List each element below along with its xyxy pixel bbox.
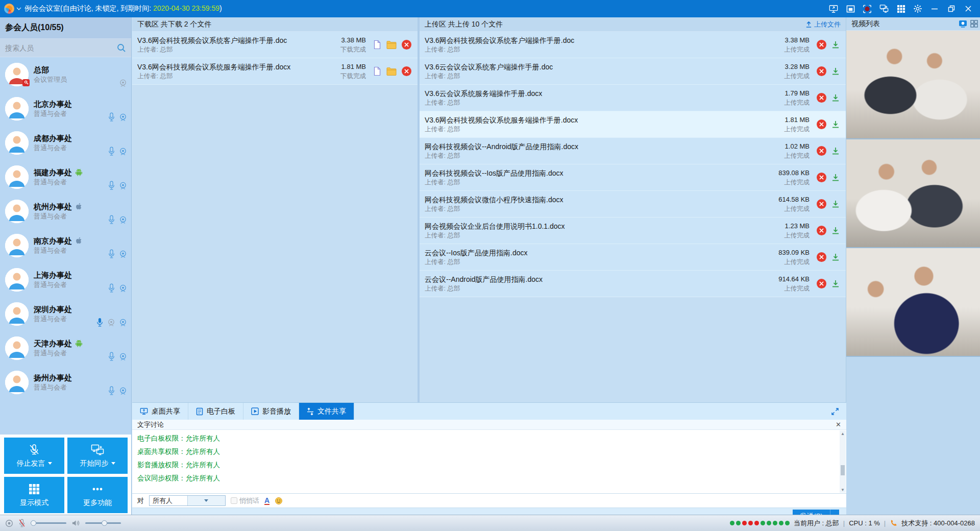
- open-file-icon[interactable]: [373, 66, 381, 76]
- speaker-volume-slider[interactable]: [85, 522, 121, 524]
- mic-icon[interactable]: [108, 215, 115, 224]
- participant-row[interactable]: 总部 会议管理员: [0, 57, 131, 91]
- open-folder-icon[interactable]: [386, 40, 397, 49]
- download-file-row[interactable]: V3.6网会科技视频会议系统客户端操作手册.doc 上传者: 总部 3.38 M…: [132, 32, 418, 58]
- restore-button[interactable]: [947, 4, 956, 13]
- upload-file-button[interactable]: 上传文件: [805, 20, 841, 29]
- control-button[interactable]: 停止发言: [4, 438, 64, 474]
- font-settings-icon[interactable]: A: [264, 497, 270, 505]
- screen-share-icon[interactable]: [829, 4, 838, 13]
- webcam-icon[interactable]: [119, 318, 127, 327]
- video-thumbnail[interactable]: [846, 31, 980, 139]
- scroll-up-icon[interactable]: ▲: [840, 430, 846, 437]
- search-icon[interactable]: [117, 43, 126, 53]
- upload-file-row[interactable]: 网会科技视频会议--Android版产品使用指南.docx 上传者: 总部 1.…: [420, 138, 846, 164]
- webcam-icon[interactable]: [119, 147, 127, 156]
- download-file-icon[interactable]: [831, 174, 840, 182]
- participant-row[interactable]: 扬州办事处 普通与会者: [0, 365, 131, 399]
- mic-icon[interactable]: [108, 352, 115, 361]
- window-mode-icon[interactable]: [846, 4, 855, 13]
- upload-file-row[interactable]: 云会议--Ios版产品使用指南.docx 上传者: 总部 839.09 KB 上…: [420, 244, 846, 271]
- download-file-icon[interactable]: [831, 200, 840, 208]
- participant-row[interactable]: 福建办事处 普通与会者: [0, 160, 131, 194]
- webcam-icon[interactable]: [119, 215, 127, 224]
- participant-row[interactable]: 南京办事处 普通与会者: [0, 228, 131, 262]
- upload-file-row[interactable]: V3.6云会议系统服务端操作手册.docx 上传者: 总部 1.79 MB 上传…: [420, 85, 846, 111]
- upload-file-row[interactable]: 网会科技视频会议--Ios版产品使用指南.docx 上传者: 总部 839.08…: [420, 164, 846, 191]
- participant-row[interactable]: 成都办事处 普通与会者: [0, 126, 131, 160]
- mic-icon[interactable]: [108, 283, 115, 293]
- select-arrow-icon[interactable]: [187, 496, 226, 505]
- emoji-icon[interactable]: [275, 497, 283, 505]
- search-input[interactable]: [5, 44, 117, 52]
- participant-row[interactable]: 天津办事处 普通与会者: [0, 331, 131, 365]
- mic-volume-slider[interactable]: [31, 522, 66, 524]
- delete-file-icon[interactable]: [402, 40, 411, 50]
- download-file-icon[interactable]: [831, 253, 840, 261]
- minimize-button[interactable]: [930, 4, 939, 13]
- delete-file-icon[interactable]: [817, 279, 826, 288]
- record-icon[interactable]: [863, 4, 872, 13]
- mic-icon[interactable]: [108, 386, 115, 395]
- webcam-off-icon[interactable]: [119, 79, 127, 87]
- chat-close-icon[interactable]: ✕: [836, 421, 841, 428]
- open-file-icon[interactable]: [373, 40, 381, 50]
- speaker-icon[interactable]: [107, 318, 115, 327]
- participant-row[interactable]: 上海办事处 普通与会者: [0, 262, 131, 297]
- record-status-icon[interactable]: [5, 519, 13, 527]
- download-file-icon[interactable]: [831, 227, 840, 235]
- mic-icon[interactable]: [108, 181, 115, 190]
- webcam-icon[interactable]: [119, 113, 127, 122]
- delete-file-icon[interactable]: [817, 93, 826, 103]
- video-layout-grid-icon[interactable]: [970, 20, 978, 28]
- video-thumbnail[interactable]: [846, 139, 980, 248]
- mic-icon[interactable]: [108, 249, 115, 258]
- download-file-icon[interactable]: [831, 41, 840, 49]
- delete-file-icon[interactable]: [817, 146, 826, 156]
- scrollbar-thumb[interactable]: [841, 465, 845, 475]
- scroll-down-icon[interactable]: ▼: [840, 487, 846, 493]
- open-folder-icon[interactable]: [386, 67, 397, 76]
- dropdown-arrow-icon[interactable]: [111, 462, 115, 465]
- webcam-icon[interactable]: [119, 352, 127, 361]
- chat-scrollbar[interactable]: ▲ ▼: [840, 430, 846, 493]
- delete-file-icon[interactable]: [817, 119, 826, 129]
- upload-file-row[interactable]: 云会议--Android版产品使用指南.docx 上传者: 总部 914.64 …: [420, 271, 846, 297]
- upload-file-row[interactable]: 网会科技视频会议微信小程序快速指南.docx 上传者: 总部 614.58 KB…: [420, 191, 846, 218]
- download-file-icon[interactable]: [831, 94, 840, 102]
- mic-muted-icon[interactable]: [18, 519, 26, 527]
- participant-row[interactable]: 北京办事处 普通与会者: [0, 91, 131, 126]
- webcam-icon[interactable]: [119, 181, 127, 190]
- mic-active-icon[interactable]: [96, 318, 104, 327]
- download-file-icon[interactable]: [831, 120, 840, 129]
- display-grid-icon[interactable]: [896, 4, 905, 13]
- webcam-icon[interactable]: [119, 284, 127, 293]
- participant-row[interactable]: 杭州办事处 普通与会者: [0, 194, 131, 228]
- delete-file-icon[interactable]: [817, 226, 826, 235]
- share-tab[interactable]: 影音播放: [243, 403, 299, 420]
- speaker-volume-icon[interactable]: [71, 519, 80, 527]
- upload-file-row[interactable]: V3.6云会议会议系统客户端操作手册.doc 上传者: 总部 3.28 MB 上…: [420, 58, 846, 85]
- download-file-icon[interactable]: [831, 67, 840, 76]
- webcam-icon[interactable]: [119, 387, 127, 395]
- webcam-icon[interactable]: [119, 250, 127, 258]
- control-button[interactable]: 更多功能: [67, 477, 128, 513]
- mic-icon[interactable]: [108, 112, 115, 122]
- control-button[interactable]: 显示模式: [4, 477, 64, 513]
- speaker-volume-knob[interactable]: [102, 520, 107, 526]
- delete-file-icon[interactable]: [817, 252, 826, 262]
- delete-file-icon[interactable]: [817, 199, 826, 209]
- download-file-icon[interactable]: [831, 280, 840, 288]
- download-file-row[interactable]: V3.6网会科技视频会议系统服务端操作手册.docx 上传者: 总部 1.81 …: [132, 58, 418, 85]
- share-tab[interactable]: 文件共享: [299, 403, 354, 420]
- delete-file-icon[interactable]: [817, 66, 826, 76]
- expand-icon[interactable]: [831, 407, 839, 416]
- dropdown-arrow-icon[interactable]: [48, 462, 52, 465]
- control-button[interactable]: 开始同步: [67, 438, 128, 474]
- recipient-select[interactable]: 所有人: [149, 495, 226, 506]
- participant-row[interactable]: 深圳办事处 普通与会者: [0, 297, 131, 331]
- delete-file-icon[interactable]: [402, 66, 411, 76]
- whisper-checkbox[interactable]: [231, 497, 237, 504]
- share-tab[interactable]: 电子白板: [188, 403, 243, 420]
- video-thumbnail[interactable]: [846, 248, 980, 357]
